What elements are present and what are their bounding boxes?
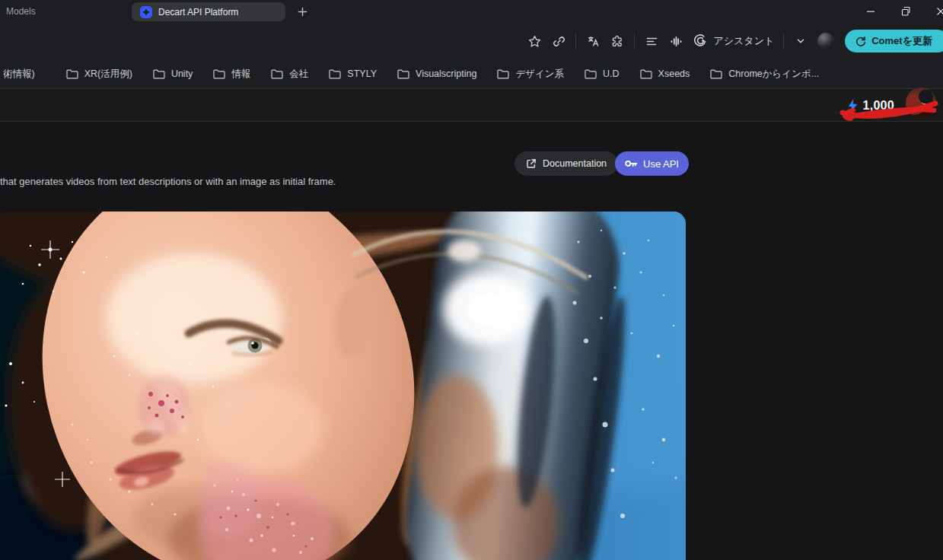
bookmark-label: Unity [171,68,193,79]
toolbar-separator [783,33,784,49]
refresh-icon [855,36,866,47]
profile-orb[interactable] [817,33,834,49]
documentation-button[interactable]: Documentation [515,151,618,176]
decart-star-icon [140,6,152,18]
bookmark-folder[interactable]: デザイン系 [497,68,564,81]
folder-icon [153,69,165,79]
bookmark-folder[interactable]: Visualscripting [397,68,476,79]
folder-icon [585,69,597,79]
folder-icon [640,69,652,79]
tab-strip: Models Decart API Platform [0,0,943,23]
minimize-icon[interactable] [853,0,888,23]
assistant-label: アシスタント [713,34,774,48]
window-controls [853,0,943,23]
overflow-tab-label[interactable]: Models [6,0,36,23]
new-tab-button[interactable] [293,2,312,21]
bookmark-label: Xseeds [658,68,690,79]
folder-icon [66,69,78,79]
assistant-button[interactable]: アシスタント [693,33,774,49]
lightning-icon [848,99,858,113]
use-api-button[interactable]: Use API [615,151,689,176]
bookmark-folder[interactable]: 会社 [271,68,308,81]
bookmark-folder[interactable]: Unity [153,68,193,79]
close-icon[interactable] [923,0,943,23]
bookmark-folder[interactable]: 情報 [213,68,250,81]
restore-icon[interactable] [888,0,923,23]
folder-icon [497,69,509,79]
bookmark-label: 情報 [231,68,250,81]
bookmark-item[interactable]: 術情報) [3,68,35,81]
bookmark-label: 会社 [289,68,308,81]
chevron-down-icon[interactable] [793,33,808,49]
folder-icon [397,69,409,79]
bookmark-label: U.D [603,68,620,79]
page-header: 1,000 [0,90,943,122]
folder-icon [710,69,722,79]
bookmark-folder[interactable]: U.D [585,68,620,79]
bookmark-folder[interactable]: Xseeds [640,68,690,79]
external-link-icon [526,158,537,169]
bookmark-label: Visualscripting [416,68,476,79]
bookmark-label: デザイン系 [515,68,564,81]
copy-link-icon[interactable] [551,33,566,49]
preview-illustration [0,212,686,560]
model-preview-image[interactable] [0,212,686,560]
folder-icon [329,69,341,79]
bookmark-label: XR(活用例) [84,68,132,81]
toolbar-separator [634,33,635,49]
bookmark-label: STYLY [347,68,377,79]
tab-title: Decart API Platform [158,7,238,18]
bookmark-folder[interactable]: Chromeからインポ... [710,68,819,81]
tab-decart-api-platform[interactable]: Decart API Platform [132,2,285,21]
bookmark-star-icon[interactable] [527,33,542,49]
bookmarks-bar: 術情報) XR(活用例) Unity 情報 会社 STYLY Visualscr… [0,59,943,89]
comet-assistant-icon [693,33,708,49]
key-icon [625,158,638,169]
toolbar-separator [575,33,576,49]
model-description: that generates videos from text descript… [0,176,342,187]
user-avatar[interactable] [906,88,936,118]
translate-icon[interactable] [585,33,601,49]
browser-toolbar: アシスタント Cometを更新 [0,23,943,59]
bookmark-label: Chromeからインポ... [728,68,819,81]
bookmark-folder[interactable]: STYLY [329,68,377,79]
comet-update-label: Cometを更新 [871,34,932,48]
folder-icon [213,69,225,79]
documentation-label: Documentation [543,158,607,169]
credits-counter[interactable]: 1,000 [848,90,894,122]
comet-update-button[interactable]: Cometを更新 [845,30,943,52]
use-api-label: Use API [643,158,679,170]
bookmark-label: 術情報) [3,68,35,81]
extensions-icon[interactable] [610,33,625,49]
reader-mode-icon[interactable] [644,33,659,49]
credits-value: 1,000 [862,99,894,113]
folder-icon [271,69,283,79]
voice-icon[interactable] [668,33,683,49]
bookmark-folder[interactable]: XR(活用例) [66,68,132,81]
